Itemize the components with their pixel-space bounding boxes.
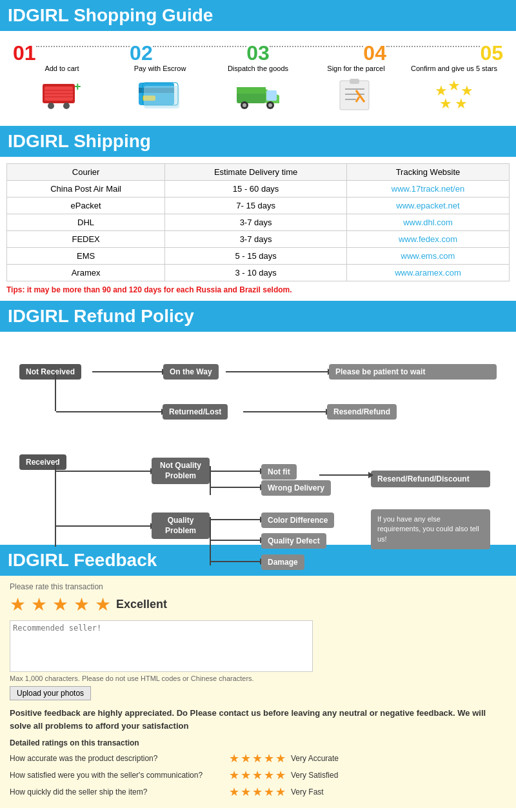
courier-cell: EMS — [7, 248, 165, 265]
rating-stars: ★ ★ ★ ★ ★ — [229, 751, 286, 766]
url-cell: www.dhl.com — [346, 214, 509, 231]
step-1-label: Add to cart — [18, 65, 106, 72]
char-limit-text: Max 1,000 characters. Please do not use … — [10, 675, 506, 682]
url-cell: www.aramex.com — [346, 265, 509, 281]
rating-value: Very Fast — [291, 787, 324, 797]
step-1: 01 — [13, 43, 36, 63]
ratings-container: How accurate was the product description… — [10, 751, 506, 799]
time-cell: 7- 15 days — [165, 198, 347, 214]
vline-not-received — [55, 372, 56, 411]
on-the-way-box: On the Way — [163, 364, 219, 380]
arrow-notquality — [56, 471, 152, 472]
not-fit-box: Not fit — [261, 464, 297, 480]
rating-stars: ★ ★ ★ ★ ★ — [229, 768, 286, 782]
clipboard-icon — [312, 77, 401, 113]
time-cell: 15 - 60 days — [165, 181, 347, 198]
courier-cell: Aramex — [7, 265, 165, 281]
arrow-to-resend-discount — [319, 474, 370, 476]
rating-question: How accurate was the product description… — [10, 754, 229, 763]
detailed-ratings-label: Detailed ratings on this transaction — [10, 738, 506, 747]
shipping-table: Courier Estimate Delivery time Tracking … — [6, 163, 510, 281]
step-3-label: Dispatch the goods — [214, 65, 303, 72]
shopping-guide-section: IDGIRL Shopping Guide 01 02 03 04 — [0, 0, 516, 126]
time-cell: 3-7 days — [165, 231, 347, 248]
url-cell: www.fedex.com — [346, 231, 509, 248]
url-cell: www.17track.net/en — [346, 181, 509, 198]
rating-value: Very Satisfied — [291, 771, 338, 780]
svg-text:★: ★ — [439, 96, 452, 112]
table-row: China Post Air Mail 15 - 60 days www.17t… — [7, 181, 510, 198]
time-cell: 3 - 10 days — [165, 265, 347, 281]
credit-card-icon — [116, 77, 204, 113]
shipping-tips: Tips: it may be more than 90 and 120 day… — [6, 285, 510, 294]
star-3: ★ — [52, 594, 68, 615]
step-4: 04 — [363, 43, 386, 63]
rating-question: How quickly did the seller ship the item… — [10, 787, 229, 797]
courier-cell: China Post Air Mail — [7, 181, 165, 198]
shipping-header: IDGIRL Shipping — [0, 126, 516, 157]
url-cell: www.epacket.net — [346, 198, 509, 214]
not-received-box: Not Received — [19, 364, 81, 380]
svg-rect-21 — [340, 81, 369, 110]
svg-rect-12 — [144, 86, 179, 108]
upload-photos-button[interactable]: Upload your photos — [10, 686, 91, 700]
stars-icon: ★ ★ ★ ★ ★ — [410, 77, 499, 113]
rate-label: Please rate this transaction — [10, 582, 506, 591]
star-5: ★ — [95, 594, 111, 615]
positive-text: Positive feedback are highly appreciated… — [10, 707, 506, 732]
resend-refund-box: Resend/Refund — [327, 404, 397, 420]
excellent-label: Excellent — [116, 598, 167, 611]
table-row: ePacket 7- 15 days www.epacket.net — [7, 198, 510, 214]
table-row: DHL 3-7 days www.dhl.com — [7, 214, 510, 231]
svg-rect-20 — [266, 90, 277, 101]
svg-point-5 — [48, 103, 54, 109]
courier-cell: FEDEX — [7, 231, 165, 248]
arrow-onway-wait — [226, 371, 329, 372]
quality-defect-box: Quality Defect — [261, 533, 326, 549]
rating-stars: ★ ★ ★ ★ ★ — [229, 785, 286, 799]
svg-rect-22 — [350, 79, 359, 84]
table-row: FEDEX 3-7 days www.fedex.com — [7, 231, 510, 248]
color-diff-box: Color Difference — [261, 513, 334, 528]
arrow-not-received-onway — [92, 371, 163, 372]
not-quality-box: Not Quality Problem — [152, 458, 210, 484]
vline-quality — [210, 517, 211, 565]
svg-text:+: + — [74, 80, 81, 93]
step-4-label: Sign for the parcel — [312, 65, 401, 72]
table-row: EMS 5 - 15 days www.ems.com — [7, 248, 510, 265]
courier-cell: ePacket — [7, 198, 165, 214]
resend-refund-discount-box: Resend/Refund/Discount — [371, 471, 490, 487]
wrong-delivery-box: Wrong Delivery — [261, 480, 331, 496]
step-3: 03 — [246, 43, 270, 63]
star-2: ★ — [31, 594, 47, 615]
feedback-section: IDGIRL Feedback Please rate this transac… — [0, 545, 516, 808]
quality-problem-box: Quality Problem — [152, 513, 210, 539]
svg-text:★: ★ — [448, 77, 461, 94]
time-cell: 5 - 15 days — [165, 248, 347, 265]
rating-row: How quickly did the seller ship the item… — [10, 785, 506, 799]
please-wait-box: Please be patient to wait — [329, 364, 497, 380]
table-row: Aramex 3 - 10 days www.aramex.com — [7, 265, 510, 281]
star-1: ★ — [10, 594, 26, 615]
courier-cell: DHL — [7, 214, 165, 231]
returned-lost-box: Returned/Lost — [163, 404, 228, 420]
step-2: 02 — [130, 43, 153, 63]
truck-icon — [214, 77, 303, 113]
url-cell: www.ems.com — [346, 248, 509, 265]
rating-question: How satisfied were you with the seller's… — [10, 771, 229, 780]
rating-row: How satisfied were you with the seller's… — [10, 768, 506, 782]
arrow-colordiff — [211, 519, 261, 520]
refund-section: IDGIRL Refund Policy Not Received On the… — [0, 301, 516, 545]
shipping-section: IDGIRL Shipping Courier Estimate Deliver… — [0, 126, 516, 301]
col-tracking: Tracking Website — [346, 164, 509, 181]
if-else-box: If you have any else requirements, you c… — [371, 509, 490, 549]
received-box: Received — [19, 454, 66, 470]
rating-stars-row: ★ ★ ★ ★ ★ Excellent — [10, 594, 506, 615]
svg-point-6 — [63, 103, 70, 109]
svg-point-17 — [243, 103, 246, 107]
arrow-qualitydefect — [211, 540, 261, 541]
shopping-guide-header: IDGIRL Shopping Guide — [0, 0, 516, 31]
svg-text:★: ★ — [455, 96, 468, 112]
col-delivery-time: Estimate Delivery time — [165, 164, 347, 181]
feedback-textarea[interactable] — [10, 620, 313, 672]
